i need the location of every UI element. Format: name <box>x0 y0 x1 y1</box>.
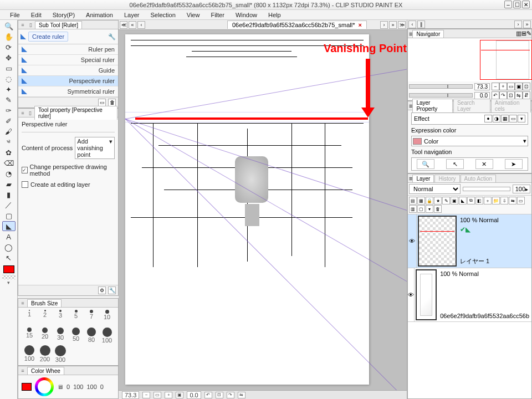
layer-property-tab[interactable]: Layer Property <box>412 99 453 112</box>
foreground-swatch[interactable] <box>3 265 14 273</box>
menu-selection[interactable]: Selection <box>145 11 181 19</box>
close-icon[interactable]: ✕ <box>522 1 530 8</box>
show-detail-icon[interactable]: 🔧 <box>108 287 116 294</box>
nav-rotate-ccw-icon[interactable]: ↶ <box>492 91 499 99</box>
brush-size-cell[interactable]: 10 <box>99 310 115 328</box>
menu-window[interactable]: Window <box>230 11 263 19</box>
new-folder-icon[interactable]: 📁 <box>492 197 500 204</box>
blend-icon[interactable]: ◔ <box>2 168 16 178</box>
gradient-icon[interactable]: ▮ <box>2 190 16 200</box>
search-layer-tab[interactable]: Search Layer <box>453 99 490 112</box>
zoom-out-icon[interactable]: − <box>142 392 150 398</box>
change-method-checkbox[interactable] <box>22 167 28 173</box>
nav-angle-value[interactable]: 0.0 <box>474 92 490 99</box>
rotate-reset-icon[interactable]: ⊡ <box>216 392 223 398</box>
menu-story[interactable]: Story(P) <box>47 11 80 19</box>
rasterize-icon[interactable]: ▢ <box>417 205 425 213</box>
lock-icon[interactable]: 🔒 <box>426 197 433 204</box>
effect-screen-icon[interactable]: ▦ <box>501 115 509 122</box>
correction-icon[interactable]: ↖ <box>2 253 16 263</box>
zoom-slider[interactable] <box>409 84 473 89</box>
marquee-icon[interactable]: ▭ <box>2 63 16 73</box>
lock-transparent-icon[interactable]: ▦ <box>417 197 425 204</box>
toolnav-zoom-icon[interactable]: 🔍 <box>417 159 434 169</box>
wand-icon[interactable]: ✦ <box>2 84 16 94</box>
brush-size-cell[interactable]: 7 <box>84 310 99 328</box>
prev-group-icon[interactable]: ≪ <box>120 21 127 29</box>
balloon-icon[interactable]: ◯ <box>2 242 16 252</box>
subtool-item[interactable]: Symmetrical ruler <box>18 86 118 97</box>
pen-icon[interactable]: ✑ <box>2 105 16 115</box>
brush-size-cell[interactable]: 80 <box>84 328 99 345</box>
line-icon[interactable]: ／ <box>2 200 16 210</box>
auto-action-tab[interactable]: Auto Action <box>461 175 497 182</box>
rotate-cw-icon[interactable]: ↷ <box>227 392 234 398</box>
move-icon[interactable]: ✥ <box>2 53 16 63</box>
canvas-viewport[interactable]: Vanishing Point <box>119 30 407 390</box>
panel-menu-icon[interactable]: ≡ <box>19 367 26 374</box>
brush-size-cell[interactable]: 20 <box>37 328 53 345</box>
brush-size-cell[interactable]: 300 <box>53 345 68 363</box>
panel-menu-icon[interactable]: ≡ <box>19 300 26 306</box>
history-tab[interactable]: History <box>434 175 459 182</box>
transparent-swatch[interactable] <box>2 275 16 279</box>
link-icon[interactable]: ⧉ <box>467 197 475 204</box>
panel-pin-icon[interactable]: ▯ <box>27 110 34 116</box>
brush-icon[interactable]: 🖌 <box>2 126 16 136</box>
zoom-actual-icon[interactable]: ▣ <box>176 392 183 398</box>
zoom-in-icon[interactable]: + <box>165 392 172 398</box>
layer-thumbnail[interactable] <box>416 269 437 320</box>
right-next2-icon[interactable]: » <box>523 21 531 28</box>
visibility-icon[interactable]: 👁 <box>408 214 417 268</box>
effect-tone-icon[interactable]: ◑ <box>493 115 500 122</box>
apply-mask-icon[interactable]: ▥ <box>409 205 417 213</box>
rotate-icon[interactable]: ⟳ <box>2 42 16 52</box>
toolnav-point-icon[interactable]: ➤ <box>505 159 523 169</box>
color-ring[interactable] <box>35 377 54 396</box>
brush-size-cell[interactable]: 100 <box>99 328 115 345</box>
fill-icon[interactable]: ▰ <box>2 179 16 189</box>
layer-thumbnail[interactable] <box>418 216 457 267</box>
menu-animation[interactable]: Animation <box>80 11 119 19</box>
tool-property-tab[interactable]: Tool property [Perspective ruler] <box>34 106 117 120</box>
nav-zoom-fit-icon[interactable]: ▭ <box>507 83 515 90</box>
menu-view[interactable]: View <box>181 11 206 19</box>
navigator-opt1-icon[interactable]: ▥ <box>516 30 521 37</box>
lasso-icon[interactable]: ◌ <box>2 74 16 84</box>
decoration-icon[interactable]: ✿ <box>2 147 16 157</box>
navigator-opt2-icon[interactable]: ⊞ <box>521 30 526 37</box>
pencil-icon[interactable]: ✐ <box>2 116 16 126</box>
rotate-ccw-icon[interactable]: ↶ <box>204 392 212 398</box>
brush-size-cell[interactable]: 50 <box>68 328 84 345</box>
layer-color-icon[interactable]: ◧ <box>475 197 483 204</box>
menu-filter[interactable]: Filter <box>205 11 229 19</box>
prev-tab-icon[interactable]: « <box>129 21 136 29</box>
right-prev-icon[interactable]: ‹ <box>408 21 416 28</box>
eyedropper-icon[interactable]: ✎ <box>2 95 16 105</box>
next-tab-icon[interactable]: » <box>389 21 397 29</box>
brush-size-tab[interactable]: Brush Size <box>27 299 62 307</box>
brush-size-cell[interactable]: 3 <box>53 310 68 328</box>
subtool-item[interactable]: Special ruler <box>18 55 118 65</box>
panel-menu-icon[interactable]: ≡ <box>19 22 26 28</box>
navigator-tab[interactable]: Navigator <box>412 30 444 38</box>
toolnav-ruler-icon[interactable]: ✕ <box>475 159 493 169</box>
close-tab-icon[interactable]: × <box>358 22 361 28</box>
clip-icon[interactable]: ▤ <box>409 197 417 204</box>
panel-pin-icon[interactable]: ▯ <box>27 22 34 28</box>
wrench-icon[interactable]: 🔧 <box>108 33 116 40</box>
color-wheel-tab[interactable]: Color Whee <box>27 367 64 375</box>
opacity-value[interactable]: 100 <box>515 186 525 192</box>
layer-name[interactable]: レイヤー 1 <box>460 257 529 265</box>
strip-collapse-icon[interactable]: ▾ <box>7 280 10 285</box>
subtool-item[interactable]: Perspective ruler <box>18 76 118 86</box>
next-group-icon[interactable]: ≫ <box>398 21 406 29</box>
flip-h-icon[interactable]: ⇋ <box>238 392 245 398</box>
effect-color-icon[interactable]: ▭ <box>509 115 517 122</box>
duplicate-subtool-icon[interactable]: ▭ <box>98 99 106 106</box>
effect-border-icon[interactable]: ● <box>484 115 492 122</box>
merge-icon[interactable]: ⇩ <box>500 197 508 204</box>
mask-create-icon[interactable]: ▭ <box>517 197 525 204</box>
opacity-slider[interactable] <box>463 187 511 191</box>
menu-help[interactable]: Help <box>263 11 287 19</box>
